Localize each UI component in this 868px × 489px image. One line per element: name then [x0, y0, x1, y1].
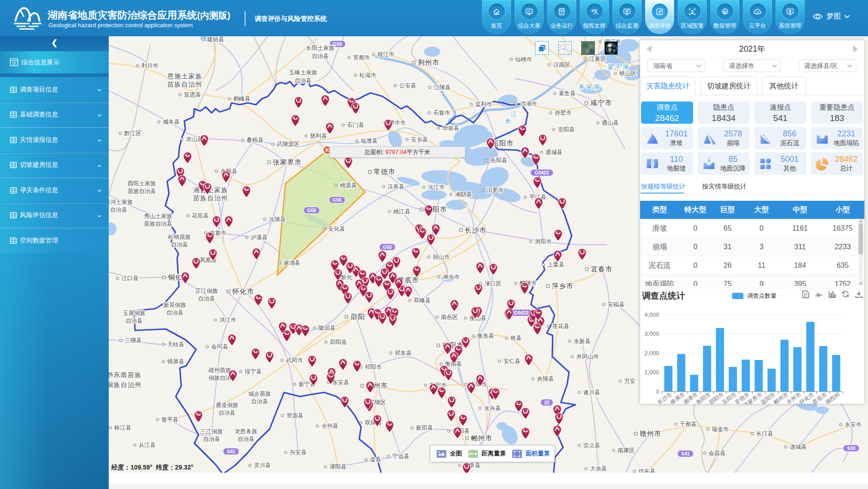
svg-text:黎平县: 黎平县 — [161, 416, 178, 423]
svg-text:黔江区: 黔江区 — [124, 130, 141, 136]
svg-text:2,000: 2,000 — [644, 350, 659, 357]
svg-text:通山县: 通山县 — [602, 120, 619, 126]
svg-text:全州县: 全州县 — [321, 423, 338, 429]
svg-text:自治县: 自治县 — [312, 53, 329, 59]
svg-text:连城县: 连城县 — [790, 444, 807, 450]
svg-text:岳阳市: 岳阳市 — [492, 139, 514, 147]
svg-text:洪江市: 洪江市 — [219, 317, 236, 323]
svg-text:松桃苗族: 松桃苗族 — [168, 234, 191, 240]
svg-text:桃江县: 桃江县 — [393, 208, 410, 215]
svg-text:宜都市: 宜都市 — [353, 54, 370, 61]
svg-text:斧 头 湖: 斧 头 湖 — [579, 83, 599, 90]
svg-text:自治县: 自治县 — [125, 318, 143, 324]
svg-text:S41: S41 — [681, 451, 690, 456]
svg-text:临澧县: 临澧县 — [361, 138, 378, 144]
svg-text:G0422: G0422 — [514, 310, 528, 315]
svg-text:汉南区: 汉南区 — [553, 62, 570, 68]
svg-text:南康区: 南康区 — [617, 447, 635, 454]
svg-text:资源县: 资源县 — [286, 412, 304, 419]
svg-text:安化县: 安化县 — [328, 226, 345, 232]
svg-text:南岳区: 南岳区 — [441, 314, 458, 320]
svg-text:靖州苗族: 靖州苗族 — [208, 367, 231, 373]
svg-text:炎陵县: 炎陵县 — [537, 376, 554, 382]
svg-text:安乡县: 安乡县 — [411, 136, 428, 143]
svg-text:苗族自治州: 苗族自治州 — [167, 81, 203, 88]
svg-text:泸溪县: 泸溪县 — [251, 234, 268, 241]
svg-text:利川市: 利川市 — [141, 63, 159, 69]
svg-text:天柱县: 天柱县 — [167, 341, 184, 348]
svg-text:宣恩县: 宣恩县 — [184, 92, 201, 98]
svg-text:慈利县: 慈利县 — [309, 133, 327, 139]
svg-text:武陵源区: 武陵源区 — [276, 141, 300, 147]
svg-text:华容县: 华容县 — [442, 125, 459, 131]
svg-text:岳阳县: 岳阳县 — [490, 157, 507, 164]
svg-text:榕江县: 榕江县 — [114, 425, 131, 431]
svg-text:长: 长 — [506, 117, 511, 124]
svg-text:东安县: 东安县 — [332, 379, 349, 386]
svg-text:G55: G55 — [383, 244, 392, 250]
svg-text:常德市: 常德市 — [374, 168, 395, 175]
svg-text:安仁县: 安仁县 — [503, 358, 521, 364]
svg-text:秀山土家族: 秀山土家族 — [144, 213, 173, 219]
svg-text:梁 子 湖: 梁 子 湖 — [608, 63, 628, 70]
svg-text:通城县: 通城县 — [545, 149, 563, 155]
svg-text:沅江市: 沅江市 — [428, 184, 445, 190]
svg-text:汉寿县: 汉寿县 — [387, 184, 405, 190]
svg-text:22: 22 — [544, 400, 550, 405]
svg-text:G56: G56 — [333, 197, 342, 203]
svg-text:自治县: 自治县 — [203, 436, 220, 442]
svg-text:新晃侗族: 新晃侗族 — [164, 302, 187, 308]
svg-text:新田县: 新田县 — [416, 425, 433, 431]
svg-text:三穗县: 三穗县 — [125, 337, 142, 344]
svg-text:铜仁: 铜仁 — [168, 273, 183, 281]
svg-text:湘乡市: 湘乡市 — [443, 274, 460, 280]
svg-text:3,000: 3,000 — [644, 330, 659, 337]
svg-text:江夏区: 江夏区 — [589, 56, 606, 62]
svg-text:侗族自治: 侗族自治 — [208, 375, 231, 381]
svg-text:武冈市: 武冈市 — [285, 357, 303, 363]
svg-text:绥宁县: 绥宁县 — [245, 368, 262, 375]
svg-text:自治县: 自治县 — [110, 207, 127, 213]
svg-text:自治县: 自治县 — [166, 310, 183, 316]
svg-text:遂川县: 遂川县 — [583, 389, 600, 396]
svg-text:铁山区: 铁山区 — [619, 70, 637, 77]
svg-text:P: P — [592, 9, 594, 13]
svg-text:邵阳县: 邵阳县 — [330, 339, 347, 345]
svg-text:从江县: 从江县 — [139, 442, 156, 448]
svg-text:衡东县: 衡东县 — [477, 333, 494, 339]
svg-text:祁阳市: 祁阳市 — [365, 364, 382, 370]
svg-text:松滋市: 松滋市 — [359, 72, 376, 78]
svg-text:溆浦县: 溆浦县 — [283, 260, 300, 266]
svg-text:监利市: 监利市 — [475, 101, 492, 107]
svg-text:苗族自治县: 苗族自治县 — [128, 188, 156, 194]
svg-text:G56: G56 — [307, 208, 316, 213]
svg-text:新化: 新化 — [341, 274, 353, 281]
svg-text:道县: 道县 — [370, 456, 381, 463]
svg-text:花垣县: 花垣县 — [191, 213, 209, 219]
svg-text:浏阳市: 浏阳市 — [534, 238, 552, 245]
svg-text:自治县: 自治县 — [237, 436, 255, 442]
svg-text:公安县: 公安县 — [399, 82, 416, 89]
svg-text:大余县: 大余县 — [590, 465, 607, 472]
svg-text:长阳土家族: 长阳土家族 — [306, 45, 335, 51]
svg-text:张家界市: 张家界市 — [273, 158, 302, 166]
svg-text:石门县: 石门县 — [347, 122, 364, 128]
svg-text:苗族自治州: 苗族自治州 — [193, 194, 228, 202]
svg-text:汨罗市: 汨罗市 — [486, 187, 504, 194]
svg-text:赤壁市: 赤壁市 — [555, 110, 572, 116]
svg-text:攸县: 攸县 — [510, 335, 522, 341]
svg-text:祁东县: 祁东县 — [395, 350, 412, 356]
svg-text:玉屏侗族: 玉屏侗族 — [123, 310, 146, 316]
svg-text:咸宁市: 咸宁市 — [590, 99, 612, 107]
svg-text:侗族自治州: 侗族自治州 — [109, 381, 142, 388]
svg-text:龙胜各族: 龙胜各族 — [235, 428, 258, 435]
svg-text:芷江侗族: 芷江侗族 — [195, 288, 218, 294]
svg-text:江口县: 江口县 — [121, 275, 139, 281]
svg-text:酉阳土家族: 酉阳土家族 — [128, 180, 156, 187]
svg-text:韶山市: 韶山市 — [432, 254, 450, 260]
svg-text:沿河土家族: 沿河土家族 — [109, 199, 133, 205]
svg-text:枝江市: 枝江市 — [377, 51, 395, 58]
svg-text:自治县: 自治县 — [294, 77, 312, 84]
svg-text:湘西州: 湘西州 — [824, 391, 841, 404]
svg-text:4,000: 4,000 — [644, 311, 659, 318]
